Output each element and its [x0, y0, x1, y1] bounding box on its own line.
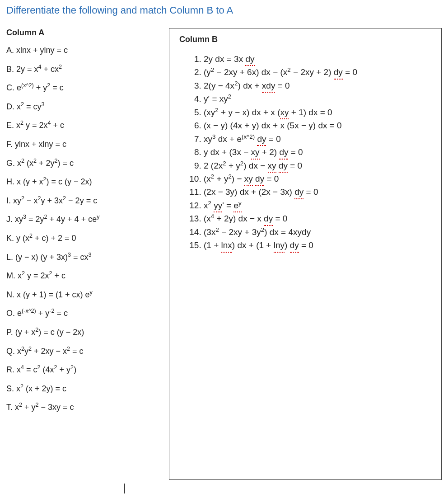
col-a-item: P. (y + x2) = c (y − 2x): [6, 328, 151, 338]
col-b-item: (2x − 3y) dx + (2x − 3x) dy = 0: [204, 185, 431, 198]
col-a-item: K. y (x2 + c) + 2 = 0: [6, 234, 151, 244]
col-a-item: T. x2 + y2 − 3xy = c: [6, 403, 151, 413]
col-b-item: x2 yy' = ey: [204, 199, 431, 212]
column-b-list: 2y dx = 3x dy (y2 − 2xy + 6x) dx − (x2 −…: [190, 52, 431, 252]
col-b-item: (x4 + 2y) dx − x dy = 0: [204, 212, 431, 225]
column-a: Column A A. xlnx + ylny = c B. 2y = x4 +…: [6, 28, 151, 422]
col-a-item: I. xy2 − x2y + 3x2 − 2y = c: [6, 196, 151, 206]
col-a-item: J. xy3 = 2y2 + 4y + 4 + cey: [6, 215, 151, 225]
column-b-header: Column B: [179, 35, 431, 44]
column-a-header: Column A: [6, 28, 151, 38]
col-b-item: 2 (2x2 + y2) dx − xy dy = 0: [204, 159, 431, 172]
col-b-item: (xy2 + y − x) dx + x (xy + 1) dx = 0: [204, 106, 431, 119]
page-title: Differentiate the following and match Co…: [6, 5, 442, 16]
col-b-item: 2(y − 4x2) dx + xdy = 0: [204, 79, 431, 92]
col-a-item: N. x (y + 1) = (1 + cx) ey: [6, 290, 151, 300]
col-b-item: xy3 dx + e(x^2) dy = 0: [204, 132, 431, 146]
col-b-item: (3x2 − 2xy + 3y2) dx = 4xydy: [204, 226, 431, 239]
col-a-item: B. 2y = x4 + cx2: [6, 65, 151, 75]
col-a-item: A. xlnx + ylny = c: [6, 46, 151, 56]
col-b-item: (x2 + y2) − xy dy = 0: [204, 172, 431, 185]
col-b-item: y' = xy2: [204, 92, 431, 105]
col-b-item: (y2 − 2xy + 6x) dx − (x2 − 2xy + 2) dy =…: [204, 66, 431, 79]
col-a-item: M. x2 y = 2x2 + c: [6, 271, 151, 281]
col-a-item: D. x2 = cy3: [6, 102, 151, 112]
col-a-item: G. x2 (x2 + 2y2) = c: [6, 159, 151, 169]
column-b: Column B 2y dx = 3x dy (y2 − 2xy + 6x) d…: [169, 28, 442, 480]
col-b-item: (1 + lnx) dx + (1 + lny) dy = 0: [204, 239, 431, 252]
col-a-item: H. x (y + x2) = c (y − 2x): [6, 177, 151, 187]
col-a-item: Q. x2y2 + 2xy − x2 = c: [6, 347, 151, 357]
col-a-item: E. x2 y = 2x4 + c: [6, 121, 151, 131]
col-a-item: F. ylnx + xlny = c: [6, 140, 151, 150]
col-b-item: (x − y) (4x + y) dx + x (5x − y) dx = 0: [204, 119, 431, 132]
text-cursor: [124, 484, 125, 484]
col-a-item: R. x4 = c2 (4x2 + y2): [6, 365, 151, 375]
col-a-item: S. x2 (x + 2y) = c: [6, 384, 151, 394]
col-b-item: 2y dx = 3x dy: [204, 52, 431, 66]
col-a-item: L. (y − x) (y + 3x)3 = cx3: [6, 253, 151, 263]
col-a-item: O. e(-x^2) + y-2 = c: [6, 309, 151, 319]
col-a-item: C. e(x^2) + y2 = c: [6, 83, 151, 93]
col-b-item: y dx + (3x − xy + 2) dy = 0: [204, 146, 431, 159]
